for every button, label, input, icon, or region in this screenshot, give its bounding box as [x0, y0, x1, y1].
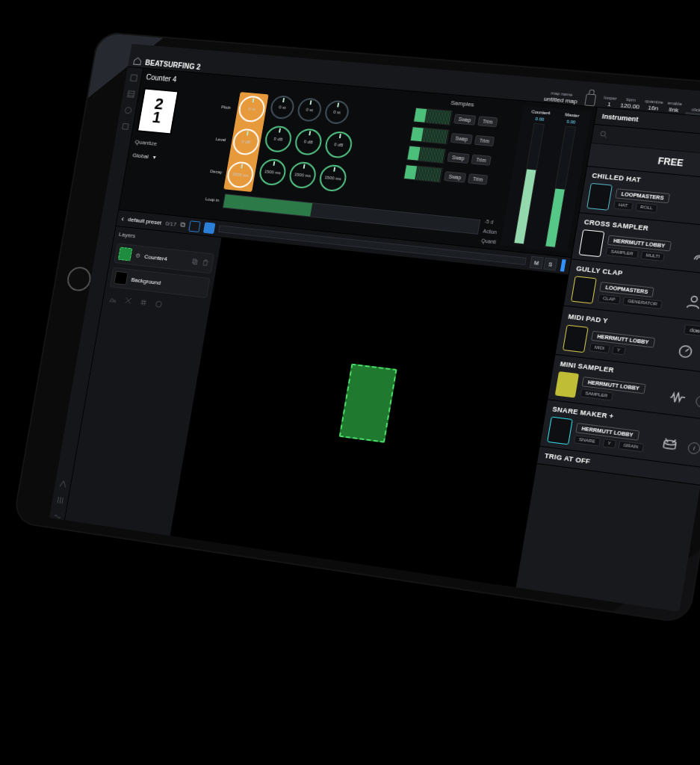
instrument-icon [666, 387, 690, 409]
mute-button[interactable]: M [530, 256, 544, 270]
level-knob[interactable]: 0 dB [263, 125, 293, 153]
gear-icon[interactable]: ⚙ [135, 252, 141, 258]
color-tool-icon[interactable] [154, 300, 164, 311]
svg-rect-4 [193, 258, 196, 263]
level-knob-master[interactable]: 0 dB [231, 128, 261, 156]
snap-tool-icon[interactable] [123, 296, 133, 307]
layer-name: Counter4 [144, 253, 168, 262]
swap-button[interactable]: Swap [444, 171, 466, 183]
trim-button[interactable]: Trim [477, 116, 498, 127]
tag: SNARE [574, 435, 601, 447]
swap-button[interactable]: Swap [453, 114, 476, 125]
decay-knob[interactable]: 1500 ms [288, 161, 318, 189]
tag: ROLL [635, 202, 658, 213]
meter-bar [513, 123, 545, 245]
quanti-label: Quanti [481, 238, 497, 244]
lock-icon[interactable] [584, 93, 596, 106]
instrument-icon [673, 341, 697, 363]
rail-icon[interactable] [126, 89, 136, 99]
action-label: Action [483, 229, 498, 235]
home-icon[interactable] [132, 56, 143, 67]
svg-point-10 [678, 345, 692, 358]
pitch-knob[interactable]: 0 st [269, 95, 296, 120]
pitch-knob[interactable]: 0 st [323, 99, 350, 125]
instrument-title: GULLY CLAP [576, 264, 624, 277]
svg-rect-5 [193, 260, 197, 264]
level-knob[interactable]: 0 dB [323, 131, 354, 159]
global-select[interactable]: Global [132, 152, 208, 165]
sample-waveform[interactable] [413, 108, 453, 126]
param-label: Pitch [221, 105, 234, 110]
pitch-knob-master[interactable]: 0 st [237, 95, 267, 123]
sample-waveform[interactable] [406, 146, 446, 164]
instrument-icon [657, 433, 681, 456]
swap-button[interactable]: Swap [447, 152, 469, 163]
enable-link[interactable]: enablelink [666, 101, 683, 114]
trim-button[interactable]: Trim [471, 154, 492, 165]
svg-point-11 [664, 440, 677, 446]
looper[interactable]: looper1 [602, 95, 617, 108]
preset-prev[interactable]: ‹ [121, 214, 125, 223]
tag: GRAIN [618, 440, 644, 451]
layer-name: Background [131, 276, 161, 286]
solo-button[interactable]: S [543, 258, 557, 271]
app-screen: BEATSURFING 2 map nameuntitled map loope… [49, 44, 700, 612]
canvas[interactable] [170, 238, 568, 589]
loopin-label: Loop in [205, 196, 219, 202]
quantize[interactable]: quantize16n [644, 99, 664, 112]
instrument-thumb [571, 276, 597, 303]
tag: HAT [613, 200, 634, 211]
tag: SAMPLER [605, 247, 638, 258]
rail-sliders-icon[interactable] [55, 495, 65, 506]
instrument-thumb [579, 229, 605, 257]
svg-point-2 [125, 107, 131, 114]
tablet-frame: BEATSURFING 2 map nameuntitled map loope… [13, 31, 700, 625]
gain-hint: -5 d [484, 219, 500, 226]
preset-index: 0/17 [165, 220, 177, 227]
level-knob[interactable]: 0 dB [293, 128, 323, 156]
tag: MULTI [640, 250, 665, 261]
svg-point-9 [691, 296, 698, 302]
instrument-thumb [563, 325, 589, 353]
trim-button[interactable]: Trim [468, 173, 488, 185]
meter-value: 0.00 [566, 120, 576, 125]
layer-swatch [118, 247, 133, 261]
rail-icon[interactable] [52, 511, 63, 521]
duplicate-icon[interactable] [191, 257, 199, 267]
instrument-icon [690, 244, 700, 265]
rail-icon[interactable] [120, 122, 130, 131]
grid-tool-icon[interactable] [138, 297, 148, 309]
pitch-knob[interactable]: 0 st [296, 97, 323, 123]
layer-swatch [114, 271, 128, 285]
sample-waveform[interactable] [403, 164, 443, 182]
sample-waveform[interactable] [409, 126, 449, 144]
trash-icon[interactable] [201, 258, 210, 268]
swap-button[interactable]: Swap [450, 132, 473, 143]
rail-icon[interactable] [128, 73, 139, 83]
instrument-icon [682, 291, 700, 313]
bpm[interactable]: bpm120.00 [620, 96, 641, 110]
rail-icon[interactable] [58, 479, 68, 489]
meter-name: Counter4 [531, 109, 551, 115]
tag: SAMPLER [580, 388, 613, 400]
color-swatch[interactable] [189, 220, 202, 232]
svg-rect-1 [127, 91, 134, 98]
trim-button[interactable]: Trim [474, 134, 495, 146]
preset-name[interactable]: default preset [128, 216, 162, 226]
rail-icon[interactable] [123, 105, 133, 115]
quantize-label: Quantize [134, 138, 211, 152]
tag: GENERATOR [622, 296, 663, 309]
copy-icon[interactable]: ⧉ [180, 220, 187, 229]
decay-knob-master[interactable]: 1500 ms [226, 161, 255, 189]
decay-knob[interactable]: 1500 ms [258, 158, 288, 186]
decay-knob[interactable]: 1500 ms [318, 164, 348, 192]
pad-object[interactable] [339, 364, 397, 443]
info-icon[interactable]: i [695, 394, 700, 407]
color-swatch-active[interactable] [203, 222, 216, 234]
tag: CLAP [598, 294, 621, 304]
download-button[interactable]: download [684, 324, 700, 338]
image-tool-icon[interactable] [108, 294, 118, 306]
info-icon[interactable]: i [687, 442, 700, 454]
svg-rect-0 [130, 75, 137, 81]
svg-point-6 [155, 301, 162, 308]
